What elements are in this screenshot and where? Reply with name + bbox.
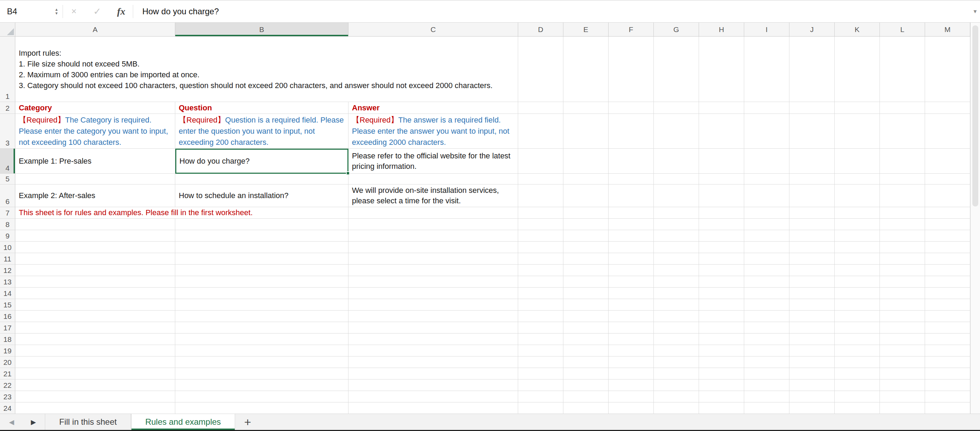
cell-K4[interactable] [835, 148, 880, 174]
cell-D11[interactable] [518, 253, 563, 265]
cell-J11[interactable] [789, 253, 835, 265]
cell-K6[interactable] [835, 185, 880, 207]
cell-K9[interactable] [835, 230, 880, 242]
cell-F15[interactable] [609, 299, 654, 311]
cell-A12[interactable] [15, 265, 175, 276]
cell-I18[interactable] [744, 334, 789, 345]
cell-I24[interactable] [744, 402, 789, 413]
cell-L24[interactable] [880, 402, 925, 413]
cell-H11[interactable] [699, 253, 744, 265]
cell-J20[interactable] [789, 356, 835, 368]
cell-M5[interactable] [925, 174, 970, 185]
cell-J7[interactable] [789, 207, 835, 219]
cell-D9[interactable] [518, 230, 563, 242]
cell-G13[interactable] [654, 276, 699, 287]
cell-L16[interactable] [880, 311, 925, 322]
cancel-icon[interactable]: × [63, 6, 85, 17]
cell-C4[interactable]: Please refer to the official website for… [348, 148, 518, 174]
column-header-I[interactable]: I [744, 22, 789, 36]
cell-E20[interactable] [563, 356, 609, 368]
cell-L17[interactable] [880, 322, 925, 334]
column-header-M[interactable]: M [925, 22, 970, 36]
cell-D5[interactable] [518, 174, 563, 185]
cell-L3[interactable] [880, 114, 925, 148]
cell-E23[interactable] [563, 391, 609, 402]
cell-I22[interactable] [744, 380, 789, 391]
cell-D12[interactable] [518, 265, 563, 276]
cell-K14[interactable] [835, 287, 880, 299]
cell-L10[interactable] [880, 242, 925, 253]
cell-M13[interactable] [925, 276, 970, 287]
row-header-20[interactable]: 20 [0, 356, 15, 368]
cell-D17[interactable] [518, 322, 563, 334]
cell-A14[interactable] [15, 287, 175, 299]
cell-M4[interactable] [925, 148, 970, 174]
cell-A6[interactable]: Example 2: After-sales [15, 185, 175, 207]
column-header-F[interactable]: F [609, 22, 654, 36]
cell-L19[interactable] [880, 345, 925, 356]
cell-C9[interactable] [348, 230, 518, 242]
cell-H16[interactable] [699, 311, 744, 322]
cell-B22[interactable] [175, 380, 348, 391]
cell-C18[interactable] [348, 334, 518, 345]
cell-H7[interactable] [699, 207, 744, 219]
cell-H13[interactable] [699, 276, 744, 287]
cell-M3[interactable] [925, 114, 970, 148]
cell-F7[interactable] [609, 207, 654, 219]
cell-J12[interactable] [789, 265, 835, 276]
cell-I4[interactable] [744, 148, 789, 174]
row-header-10[interactable]: 10 [0, 242, 15, 253]
row-header-24[interactable]: 24 [0, 402, 15, 413]
cell-K13[interactable] [835, 276, 880, 287]
cell-E3[interactable] [563, 114, 609, 148]
cell-M16[interactable] [925, 311, 970, 322]
cell-G2[interactable] [654, 102, 699, 114]
cell-I13[interactable] [744, 276, 789, 287]
cell-E8[interactable] [563, 219, 609, 230]
cell-H23[interactable] [699, 391, 744, 402]
cell-L15[interactable] [880, 299, 925, 311]
cell-F24[interactable] [609, 402, 654, 413]
cell-C8[interactable] [348, 219, 518, 230]
cell-M14[interactable] [925, 287, 970, 299]
cell-B18[interactable] [175, 334, 348, 345]
cell-G12[interactable] [654, 265, 699, 276]
cell-D22[interactable] [518, 380, 563, 391]
row-header-16[interactable]: 16 [0, 311, 15, 322]
cell-A16[interactable] [15, 311, 175, 322]
cell-H8[interactable] [699, 219, 744, 230]
cell-L22[interactable] [880, 380, 925, 391]
cell-C15[interactable] [348, 299, 518, 311]
column-header-E[interactable]: E [563, 22, 609, 36]
cell-J24[interactable] [789, 402, 835, 413]
cell-B20[interactable] [175, 356, 348, 368]
cell-C3[interactable]: 【Required】The answer is a required field… [348, 114, 518, 148]
cell-D1[interactable] [518, 37, 563, 102]
column-header-B[interactable]: B [175, 22, 348, 36]
cell-H4[interactable] [699, 148, 744, 174]
cell-F13[interactable] [609, 276, 654, 287]
row-header-17[interactable]: 17 [0, 322, 15, 334]
cell-L12[interactable] [880, 265, 925, 276]
cell-G9[interactable] [654, 230, 699, 242]
cell-J5[interactable] [789, 174, 835, 185]
tab-rules-and-examples[interactable]: Rules and examples [131, 414, 235, 430]
column-header-A[interactable]: A [15, 22, 175, 36]
cell-A24[interactable] [15, 402, 175, 413]
cell-B19[interactable] [175, 345, 348, 356]
cell-M21[interactable] [925, 368, 970, 380]
row-header-2[interactable]: 2 [0, 102, 15, 114]
cell-G20[interactable] [654, 356, 699, 368]
cell-G3[interactable] [654, 114, 699, 148]
cell-F6[interactable] [609, 185, 654, 207]
cell-C17[interactable] [348, 322, 518, 334]
cell-B6[interactable]: How to schedule an installation? [175, 185, 348, 207]
scrollbar-thumb[interactable] [972, 26, 978, 206]
cell-D13[interactable] [518, 276, 563, 287]
tab-fill-in-this-sheet[interactable]: Fill in this sheet [45, 414, 131, 430]
cell-J2[interactable] [789, 102, 835, 114]
cell-C13[interactable] [348, 276, 518, 287]
cell-F20[interactable] [609, 356, 654, 368]
cell-C11[interactable] [348, 253, 518, 265]
cell-H6[interactable] [699, 185, 744, 207]
